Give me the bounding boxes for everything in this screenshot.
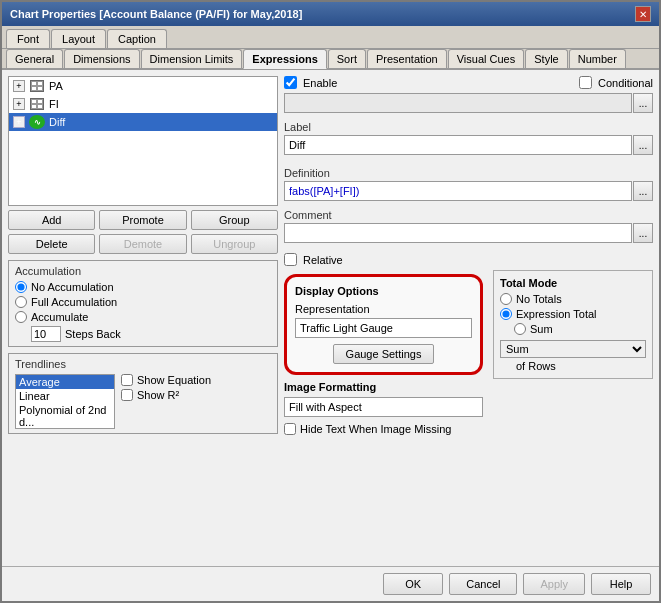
trendlines-inner: Average Linear Polynomial of 2nd d... Sh… bbox=[15, 374, 271, 429]
trend-options: Show Equation Show R² bbox=[121, 374, 211, 429]
no-accumulation-radio[interactable] bbox=[15, 281, 27, 293]
expand-icon-fi[interactable]: + bbox=[13, 98, 25, 110]
expression-item-diff[interactable]: + ∿ Diff bbox=[9, 113, 277, 131]
sum-radio[interactable] bbox=[514, 323, 526, 335]
definition-btn[interactable]: ... bbox=[633, 181, 653, 201]
expand-icon[interactable]: + bbox=[13, 80, 25, 92]
label-input-row: ... bbox=[284, 135, 653, 155]
enable-checkbox[interactable] bbox=[284, 76, 297, 89]
of-rows-label: of Rows bbox=[500, 360, 646, 372]
show-equation-label: Show Equation bbox=[137, 374, 211, 386]
demote-button[interactable]: Demote bbox=[99, 234, 186, 254]
tab-caption[interactable]: Caption bbox=[107, 29, 167, 48]
tab-number[interactable]: Number bbox=[569, 49, 626, 68]
expression-list[interactable]: + PA + FI + ∿ Diff bbox=[8, 76, 278, 206]
promote-button[interactable]: Promote bbox=[99, 210, 186, 230]
accumulation-group: Accumulation No Accumulation Full Accumu… bbox=[8, 260, 278, 347]
show-r2-checkbox[interactable] bbox=[121, 389, 133, 401]
tab-dimensions[interactable]: Dimensions bbox=[64, 49, 139, 68]
show-equation-row: Show Equation bbox=[121, 374, 211, 386]
label-input[interactable] bbox=[284, 135, 632, 155]
radio-accumulate: Accumulate bbox=[15, 311, 271, 323]
tab-presentation[interactable]: Presentation bbox=[367, 49, 447, 68]
definition-title: Definition bbox=[284, 167, 653, 179]
relative-label: Relative bbox=[303, 254, 343, 266]
definition-input[interactable] bbox=[284, 181, 632, 201]
expression-total-radio[interactable] bbox=[500, 308, 512, 320]
tab-sort[interactable]: Sort bbox=[328, 49, 366, 68]
help-button[interactable]: Help bbox=[591, 573, 651, 595]
bottom-buttons-bar: OK Cancel Apply Help bbox=[2, 566, 659, 601]
tab-font[interactable]: Font bbox=[6, 29, 50, 48]
label-btn[interactable]: ... bbox=[633, 135, 653, 155]
ok-button[interactable]: OK bbox=[383, 573, 443, 595]
full-accumulation-radio[interactable] bbox=[15, 296, 27, 308]
no-totals-row: No Totals bbox=[500, 293, 646, 305]
steps-input[interactable] bbox=[31, 326, 61, 342]
bottom-tab-bar: General Dimensions Dimension Limits Expr… bbox=[2, 49, 659, 70]
cancel-button[interactable]: Cancel bbox=[449, 573, 517, 595]
trend-item-linear[interactable]: Linear bbox=[16, 389, 114, 403]
gauge-settings-button[interactable]: Gauge Settings bbox=[333, 344, 435, 364]
add-button[interactable]: Add bbox=[8, 210, 95, 230]
trend-item-average[interactable]: Average bbox=[16, 375, 114, 389]
apply-button[interactable]: Apply bbox=[523, 573, 585, 595]
tab-expressions[interactable]: Expressions bbox=[243, 49, 326, 69]
two-col-section: Display Options Representation Traffic L… bbox=[284, 270, 653, 435]
conditional-checkbox[interactable] bbox=[579, 76, 592, 89]
expand-icon-diff[interactable]: + bbox=[13, 116, 25, 128]
main-content: + PA + FI + ∿ Diff bbox=[2, 70, 659, 566]
tab-style[interactable]: Style bbox=[525, 49, 567, 68]
expression-item-fi[interactable]: + FI bbox=[9, 95, 277, 113]
diff-icon: ∿ bbox=[29, 115, 45, 129]
comment-btn[interactable]: ... bbox=[633, 223, 653, 243]
trendlines-title: Trendlines bbox=[15, 358, 271, 370]
tab-dimension-limits[interactable]: Dimension Limits bbox=[141, 49, 243, 68]
close-button[interactable]: ✕ bbox=[635, 6, 651, 22]
no-totals-radio[interactable] bbox=[500, 293, 512, 305]
display-options-section: Display Options Representation Traffic L… bbox=[284, 270, 483, 435]
expression-item-pa[interactable]: + PA bbox=[9, 77, 277, 95]
tab-visual-cues[interactable]: Visual Cues bbox=[448, 49, 525, 68]
btn-row-2: Delete Demote Ungroup bbox=[8, 234, 278, 254]
comment-title: Comment bbox=[284, 209, 653, 221]
definition-input-row: ... bbox=[284, 181, 653, 201]
enable-row: Enable bbox=[284, 76, 337, 89]
relative-checkbox[interactable] bbox=[284, 253, 297, 266]
comment-input-row: ... bbox=[284, 223, 653, 243]
accumulation-title: Accumulation bbox=[15, 265, 271, 277]
tab-layout[interactable]: Layout bbox=[51, 29, 106, 48]
table-icon bbox=[29, 79, 45, 93]
comment-input[interactable] bbox=[284, 223, 632, 243]
steps-label: Steps Back bbox=[65, 328, 121, 340]
btn-row-1: Add Promote Group bbox=[8, 210, 278, 230]
show-equation-checkbox[interactable] bbox=[121, 374, 133, 386]
conditional-label: Conditional bbox=[598, 77, 653, 89]
sum-row: Sum bbox=[500, 323, 646, 335]
ungroup-button[interactable]: Ungroup bbox=[191, 234, 278, 254]
display-options-title: Display Options bbox=[295, 285, 472, 297]
delete-button[interactable]: Delete bbox=[8, 234, 95, 254]
representation-select[interactable]: Traffic Light Gauge bbox=[295, 318, 472, 338]
image-format-select[interactable]: Fill with Aspect bbox=[284, 397, 483, 417]
radio-no-accumulation: No Accumulation bbox=[15, 281, 271, 293]
accumulate-label: Accumulate bbox=[31, 311, 88, 323]
expr-total-select[interactable]: Sum bbox=[500, 340, 646, 358]
show-r2-label: Show R² bbox=[137, 389, 179, 401]
title-bar: Chart Properties [Account Balance (PA/FI… bbox=[2, 2, 659, 26]
conditional-input[interactable] bbox=[284, 93, 632, 113]
full-accumulation-label: Full Accumulation bbox=[31, 296, 117, 308]
conditional-btn[interactable]: ... bbox=[633, 93, 653, 113]
accumulate-radio[interactable] bbox=[15, 311, 27, 323]
enable-conditional-row: Enable Conditional bbox=[284, 76, 653, 89]
total-mode-title: Total Mode bbox=[500, 277, 646, 289]
no-totals-label: No Totals bbox=[516, 293, 562, 305]
tab-general[interactable]: General bbox=[6, 49, 63, 68]
enable-label: Enable bbox=[303, 77, 337, 89]
trend-item-poly[interactable]: Polynomial of 2nd d... bbox=[16, 403, 114, 429]
display-options-box: Display Options Representation Traffic L… bbox=[284, 274, 483, 375]
expr-label-diff: Diff bbox=[49, 116, 65, 128]
group-button[interactable]: Group bbox=[191, 210, 278, 230]
hide-text-checkbox[interactable] bbox=[284, 423, 296, 435]
trend-list[interactable]: Average Linear Polynomial of 2nd d... bbox=[15, 374, 115, 429]
